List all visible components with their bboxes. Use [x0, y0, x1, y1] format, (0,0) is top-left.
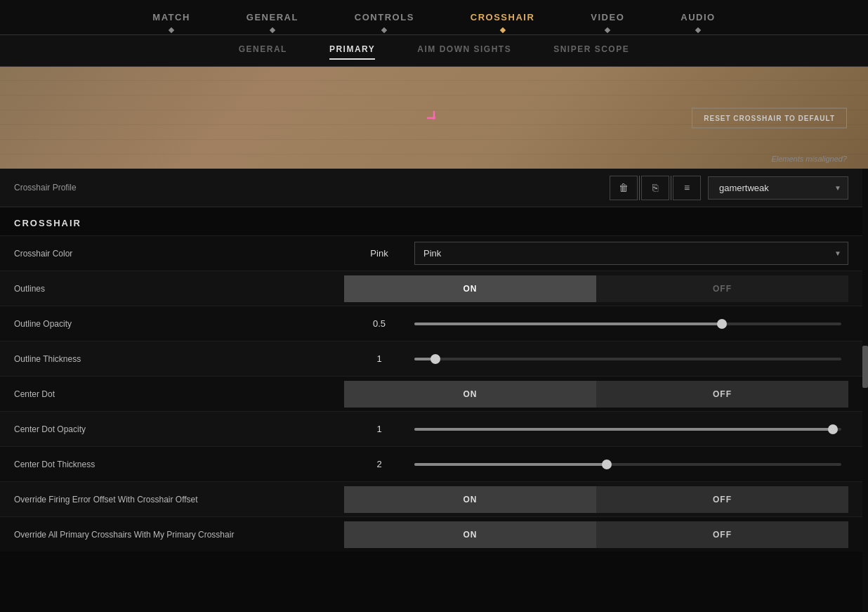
- slider-center-dot-opacity[interactable]: [414, 428, 848, 431]
- setting-value-center-dot-opacity: 1: [344, 424, 414, 434]
- toggle-off-override-all-primary[interactable]: Off: [596, 521, 848, 548]
- setting-row-outline-opacity: Outline Opacity0.5: [0, 306, 862, 341]
- subnav-sniper-scope[interactable]: SNIPER SCOPE: [553, 44, 629, 57]
- dropdown-select-crosshair-color[interactable]: PinkWhiteGreenYellowCyanCustom: [414, 242, 848, 265]
- slider-center-dot-thickness[interactable]: [414, 463, 848, 466]
- setting-row-crosshair-color: Crosshair ColorPinkPinkWhiteGreenYellowC…: [0, 235, 862, 271]
- profile-copy-button[interactable]: ⎘: [641, 176, 669, 200]
- dropdown-crosshair-color[interactable]: PinkWhiteGreenYellowCyanCustom▼: [414, 242, 848, 265]
- setting-value-center-dot-thickness: 2: [344, 459, 414, 469]
- nav-audio[interactable]: AUDIO: [652, 0, 743, 35]
- slider-fill-center-dot-opacity: [414, 428, 833, 431]
- sub-navigation: GENERAL PRIMARY AIM DOWN SIGHTS SNIPER S…: [0, 35, 868, 67]
- profile-delete-button[interactable]: 🗑: [610, 176, 638, 200]
- profile-select[interactable]: gamertweak: [708, 176, 848, 200]
- slider-thumb-outline-opacity[interactable]: [717, 319, 727, 329]
- setting-label-center-dot-thickness: Center Dot Thickness: [14, 460, 344, 469]
- delete-icon: 🗑: [619, 182, 629, 193]
- nav-video[interactable]: VIDEO: [563, 0, 652, 35]
- slider-fill-center-dot-thickness: [414, 463, 607, 466]
- crosshair-preview-visual: [427, 111, 441, 125]
- profile-import-button[interactable]: ≡: [673, 176, 701, 200]
- slider-track-center-dot-opacity: [414, 428, 841, 431]
- settings-rows: Crosshair ColorPinkPinkWhiteGreenYellowC…: [0, 235, 862, 552]
- subnav-general[interactable]: GENERAL: [239, 44, 287, 57]
- nav-crosshair[interactable]: CROSSHAIR: [442, 0, 563, 35]
- setting-row-center-dot: Center DotOnOff: [0, 376, 862, 411]
- elements-misaligned-label: Elements misaligned?: [771, 155, 847, 163]
- profile-select-wrapper[interactable]: gamertweak ▼: [704, 176, 848, 200]
- nav-general[interactable]: GENERAL: [218, 0, 327, 35]
- setting-label-override-firing-error: Override Firing Error Offset With Crossh…: [14, 495, 344, 504]
- scrollbar[interactable]: [862, 169, 868, 612]
- slider-thumb-center-dot-thickness[interactable]: [602, 460, 612, 469]
- setting-value-crosshair-color: Pink: [344, 248, 414, 259]
- profile-row: Crosshair Profile 🗑 ⎘ ≡ gamertweak ▼: [0, 169, 862, 207]
- setting-label-crosshair-color: Crosshair Color: [14, 249, 344, 259]
- toggle-on-override-firing-error[interactable]: On: [344, 486, 596, 513]
- setting-label-override-all-primary: Override All Primary Crosshairs With My …: [14, 530, 344, 540]
- toggle-on-override-all-primary[interactable]: On: [344, 521, 596, 548]
- content-area: Crosshair Profile 🗑 ⎘ ≡ gamertweak ▼: [0, 169, 868, 612]
- slider-thumb-outline-thickness[interactable]: [430, 354, 440, 364]
- toggle-off-override-firing-error[interactable]: Off: [596, 486, 848, 513]
- slider-fill-outline-opacity: [414, 323, 722, 325]
- crosshair-section-header: CROSSHAIR: [0, 207, 862, 235]
- toggle-override-all-primary: OnOff: [344, 521, 848, 548]
- reset-crosshair-button[interactable]: RESET CROSSHAIR TO DEFAULT: [692, 108, 847, 128]
- toggle-off-center-dot[interactable]: Off: [596, 381, 848, 408]
- settings-panel[interactable]: Crosshair Profile 🗑 ⎘ ≡ gamertweak ▼: [0, 169, 862, 612]
- toggle-override-firing-error: OnOff: [344, 486, 848, 513]
- toggle-off-outlines[interactable]: Off: [596, 275, 848, 302]
- setting-label-outline-opacity: Outline Opacity: [14, 319, 344, 329]
- setting-row-center-dot-thickness: Center Dot Thickness2: [0, 446, 862, 481]
- setting-row-outline-thickness: Outline Thickness1: [0, 341, 862, 376]
- setting-label-outlines: Outlines: [14, 284, 344, 294]
- subnav-primary[interactable]: PRIMARY: [329, 44, 375, 57]
- subnav-aim-down-sights[interactable]: AIM DOWN SIGHTS: [417, 44, 511, 57]
- top-navigation: MATCH GENERAL CONTROLS CROSSHAIR VIDEO A…: [0, 0, 868, 35]
- setting-value-outline-thickness: 1: [344, 353, 414, 364]
- profile-actions: 🗑 ⎘ ≡: [610, 176, 701, 200]
- nav-controls[interactable]: CONTROLS: [327, 0, 442, 35]
- scroll-thumb[interactable]: [862, 346, 868, 388]
- toggle-on-center-dot[interactable]: On: [344, 381, 596, 408]
- crosshair-preview-area: RESET CROSSHAIR TO DEFAULT Elements misa…: [0, 67, 868, 169]
- slider-track-center-dot-thickness: [414, 463, 841, 466]
- slider-outline-thickness[interactable]: [414, 358, 848, 360]
- setting-row-override-all-primary: Override All Primary Crosshairs With My …: [0, 516, 862, 552]
- slider-thumb-center-dot-opacity[interactable]: [828, 424, 838, 434]
- setting-label-center-dot-opacity: Center Dot Opacity: [14, 424, 344, 434]
- setting-label-outline-thickness: Outline Thickness: [14, 354, 344, 364]
- nav-match[interactable]: MATCH: [124, 0, 218, 35]
- setting-value-outline-opacity: 0.5: [344, 318, 414, 329]
- slider-outline-opacity[interactable]: [414, 323, 848, 325]
- toggle-outlines: OnOff: [344, 275, 848, 302]
- slider-track-outline-opacity: [414, 323, 841, 325]
- setting-row-center-dot-opacity: Center Dot Opacity1: [0, 411, 862, 446]
- setting-label-center-dot: Center Dot: [14, 389, 344, 399]
- setting-row-override-firing-error: Override Firing Error Offset With Crossh…: [0, 481, 862, 516]
- slider-track-outline-thickness: [414, 358, 841, 360]
- import-icon: ≡: [684, 182, 690, 193]
- setting-row-outlines: OutlinesOnOff: [0, 271, 862, 306]
- crosshair-center-dot: [433, 117, 435, 119]
- copy-icon: ⎘: [652, 182, 658, 193]
- dropdown-arrow-icon: ▼: [834, 184, 841, 192]
- toggle-center-dot: OnOff: [344, 381, 848, 408]
- toggle-on-outlines[interactable]: On: [344, 275, 596, 302]
- profile-label: Crosshair Profile: [14, 183, 225, 193]
